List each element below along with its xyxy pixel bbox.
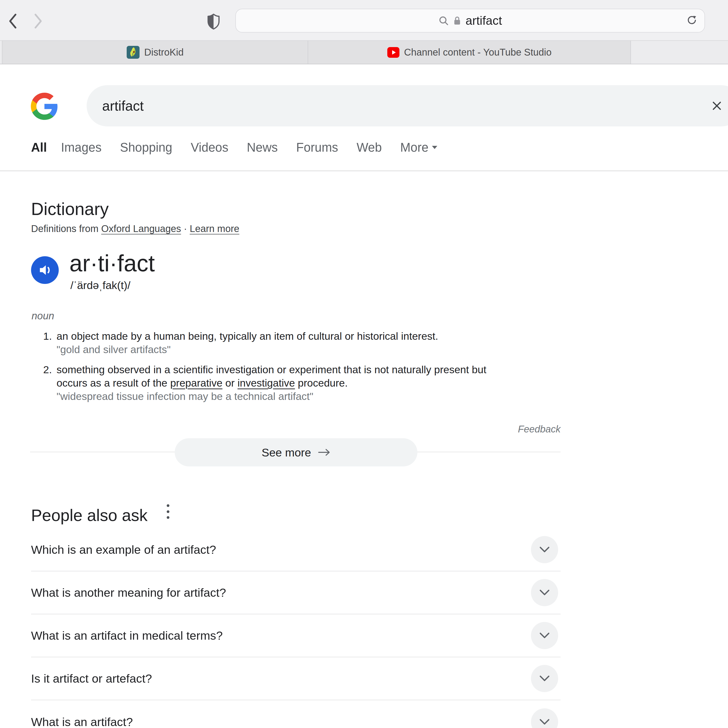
see-more-label: See more [262,446,311,459]
inline-link[interactable]: Learn more [190,223,240,234]
arrow-right-icon [318,448,330,457]
clear-search-button[interactable] [711,99,723,112]
search-box[interactable]: artifact [87,85,728,127]
youtube-favicon [387,46,400,59]
filter-more[interactable]: More [400,140,437,154]
filter-shopping[interactable]: Shopping [120,140,172,154]
paa-question-text: What is an artifact in medical terms? [31,629,223,642]
definition-number: 1. [43,330,57,356]
speaker-icon [38,263,52,277]
kebab-menu-button[interactable] [163,504,173,519]
paa-question-text: What is another meaning for artifact? [31,586,226,600]
chevron-down-icon [539,675,550,682]
definition-number: 2. [43,363,57,403]
expand-question-button[interactable] [531,622,558,649]
paa-question-row[interactable]: What is an artifact in medical terms? [31,615,561,658]
tab-youtube-studio[interactable]: Channel content - YouTube Studio [308,41,631,64]
tab-title: DistroKid [144,47,184,58]
expand-question-button[interactable] [531,708,558,728]
shield-icon [207,14,220,30]
paa-question-row[interactable]: What is another meaning for artifact? [31,572,561,615]
filter-more-label: More [400,140,428,154]
tab-title: Channel content - YouTube Studio [404,47,552,58]
paa-question-row[interactable]: Which is an example of an artifact? [31,529,561,572]
dictionary-source-line: Definitions from Oxford Languages · Lear… [31,223,239,234]
chevron-left-icon [8,13,17,29]
definition-example: "gold and silver artifacts" [57,343,438,356]
kebab-dot [167,510,170,513]
paa-question-text: Is it artifact or artefact? [31,672,152,685]
headword: ar·ti·fact [69,250,155,277]
safari-window: artifact DistroKid [0,0,728,728]
definition-text: something observed in a scientific inves… [57,363,486,390]
definition-item: 1. an object made by a human being, typi… [43,330,563,356]
privacy-shield-button[interactable] [206,13,221,30]
pronounce-button[interactable] [31,256,59,284]
browser-toolbar: artifact [0,0,728,40]
reload-button[interactable] [685,14,699,28]
filter-web[interactable]: Web [356,140,382,154]
filter-images[interactable]: Images [61,140,101,154]
filter-forums[interactable]: Forums [296,140,338,154]
dictionary-heading: Dictionary [31,199,109,219]
inline-link[interactable]: investigative [237,377,295,389]
address-bar[interactable]: artifact [236,9,705,32]
tab-bar: DistroKid Channel content - YouTube Stud… [0,40,728,64]
back-button[interactable] [5,12,20,30]
filter-all[interactable]: All [31,140,47,154]
reload-icon [686,15,697,26]
chevron-down-icon [539,589,550,596]
expand-question-button[interactable] [531,536,558,563]
expand-question-button[interactable] [531,665,558,692]
filter-news[interactable]: News [247,140,278,154]
feedback-link[interactable]: Feedback [31,424,561,434]
chevron-right-icon [34,13,43,29]
chevron-down-icon [539,546,550,553]
paa-question-text: Which is an example of an artifact? [31,543,216,557]
part-of-speech: noun [32,310,54,322]
forward-button[interactable] [31,12,46,30]
paa-question-row[interactable]: Is it artifact or artefact? [31,658,561,700]
people-also-ask-list: Which is an example of an artifact? What… [31,529,561,728]
kebab-dot [167,516,170,519]
address-bar-text: artifact [465,14,502,28]
result-filters: All Images Shopping Videos News Forums W… [31,140,456,154]
definition-text: an object made by a human being, typical… [57,330,438,343]
definition-item: 2. something observed in a scientific in… [43,363,563,403]
people-also-ask-heading: People also ask [31,506,148,525]
chevron-down-icon [539,719,550,725]
definitions-list: 1. an object made by a human being, typi… [43,330,563,403]
paa-question-row[interactable]: What is an artifact? [31,700,561,728]
section-divider [0,170,728,171]
search-query-text: artifact [102,98,144,114]
definition-example: "widespread tissue infection may be a te… [57,390,486,403]
phonetic-spelling: /ˈärdəˌfak(t)/ [70,279,130,292]
filter-videos[interactable]: Videos [191,140,228,154]
distrokid-favicon [127,46,140,59]
inline-link[interactable]: Oxford Languages [101,223,181,234]
x-icon [711,100,722,112]
search-icon [438,15,449,26]
lock-icon [453,15,462,26]
chevron-down-icon [432,146,437,149]
chevron-down-icon [539,632,550,639]
tab-distrokid[interactable]: DistroKid [2,41,308,64]
see-more-button[interactable]: See more [175,438,418,466]
paa-question-text: What is an artifact? [31,715,133,728]
expand-question-button[interactable] [531,579,558,606]
google-logo[interactable] [31,93,58,120]
inline-link[interactable]: preparative [170,377,222,389]
kebab-dot [167,504,170,507]
